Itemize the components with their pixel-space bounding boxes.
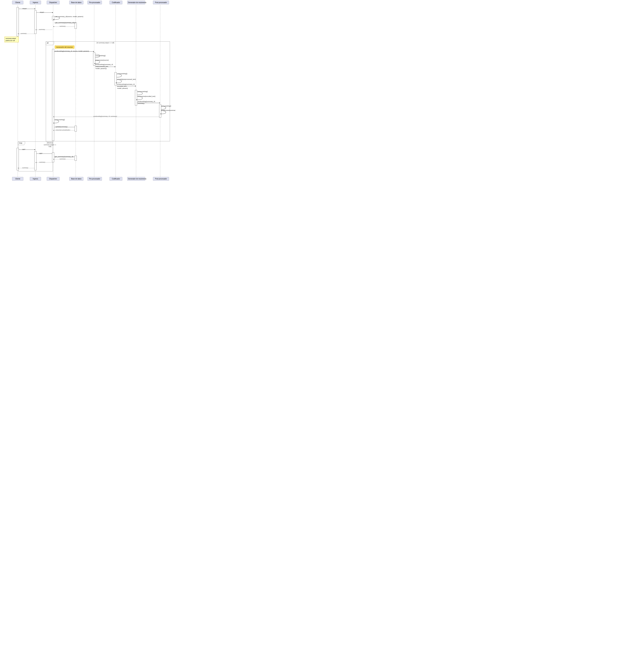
label-produce-sum: produceMsg(summary_id,summary): [138, 101, 155, 105]
label-consume-msg-4: consumeMsg(): [161, 105, 171, 107]
label-consume-msg-1: consumeMsg(): [96, 55, 106, 56]
actor-cliente-bottom: Cliente: [12, 177, 23, 181]
svg-marker-59: [34, 149, 35, 150]
note-summary-output: summary.output podría ser null: [4, 37, 19, 42]
svg-marker-39: [135, 86, 136, 87]
label-get-summary2: get_summary(summary_id): [55, 156, 73, 157]
diagram-container: Cliente Ingress Dispatcher Base de datos…: [0, 0, 175, 185]
label-get-summary-id: get_summary_id(source, model, params): [55, 16, 83, 17]
svg-rect-53: [75, 126, 77, 132]
svg-marker-20: [53, 26, 54, 27]
label-produce-enc: produceMsg(summary_id,encoded_text,model…: [117, 83, 135, 89]
actor-postprocesador-top: Post-procesador: [153, 1, 169, 4]
actor-generador-top: Generador de resúmenes: [127, 1, 145, 4]
svg-rect-11: [75, 22, 77, 29]
label-post2: POST: [40, 12, 44, 13]
label-get1: GET: [22, 148, 26, 150]
svg-rect-67: [75, 156, 77, 160]
actor-preprocesador-top: Pre-procesador: [87, 1, 102, 4]
svg-rect-60: [17, 148, 19, 170]
label-consume-msg-3: consumeMsg(): [138, 91, 148, 92]
actor-generador-bottom: Generador de resúmenes: [127, 177, 145, 181]
label-get-summary-top: get_summary(summary_id): [55, 22, 74, 23]
label-summary-ret2: summary: [39, 29, 45, 30]
label-consume-msg-2: consumeMsg(): [117, 73, 128, 74]
label-produce-pre: produceMsg(summary_id,preprocessed_text,…: [96, 64, 113, 70]
label-encode: encode(preprocessed_text): [117, 78, 136, 80]
label-summarize: summarize(encoded_text): [138, 95, 155, 97]
actor-basedatos-top: Base de datos: [69, 1, 83, 4]
actor-codificador-top: Codificador: [109, 1, 122, 4]
actor-preprocesador-bottom: Pre-procesador: [87, 177, 102, 181]
actor-ingress-top: Ingress: [30, 1, 41, 4]
svg-marker-13: [34, 8, 35, 9]
svg-marker-34: [115, 66, 116, 67]
label-get2: GET: [39, 153, 43, 154]
actor-codificador-bottom: Codificador: [109, 177, 122, 181]
svg-rect-64: [52, 153, 54, 162]
svg-rect-36: [115, 72, 117, 85]
label-summary-ret5: summary: [39, 161, 45, 163]
sequence-arrows: [0, 0, 175, 185]
label-summary-ret3: summary: [21, 33, 27, 34]
svg-rect-41: [135, 90, 137, 105]
svg-rect-61: [34, 151, 36, 170]
frame-loop-condition: [Mientrassummary.output ==null]: [42, 142, 58, 148]
label-preprocess: preprocess(source): [96, 59, 109, 61]
svg-rect-29: [52, 49, 54, 141]
actor-basedatos-bottom: Base de datos: [69, 177, 83, 181]
svg-marker-15: [52, 12, 53, 13]
actor-dispatcher-top: Dispatcher: [47, 1, 60, 4]
label-produce-final: produceMsg(summary_id, summary): [94, 116, 117, 117]
svg-marker-44: [159, 103, 160, 103]
actor-dispatcher-bottom: Dispatcher: [47, 177, 60, 181]
label-produce-msg-alt: produceMsg(summary_id, source, model, pa…: [55, 50, 89, 52]
svg-marker-28: [93, 51, 94, 52]
label-consume-msg-5: consumeMsg(): [55, 119, 65, 121]
frame-alt-condition: [Si summary.output == null]: [97, 42, 114, 43]
frame-loop-label: loop: [19, 142, 23, 144]
svg-rect-9: [34, 11, 36, 34]
svg-rect-8: [17, 7, 19, 36]
actor-ingress-bottom: Ingress: [30, 177, 41, 181]
label-resumen-actualizado: «resumen actualizado»: [55, 129, 70, 131]
actor-cliente-top: Cliente: [12, 1, 23, 4]
label-summary-ret6: summary: [22, 167, 28, 169]
label-summary-ret4: summary: [60, 158, 66, 160]
actor-postprocesador-bottom: Post-procesador: [153, 177, 169, 181]
label-summary-ret1: summary: [60, 25, 66, 27]
label-generacion: Generación del resumen: [55, 46, 74, 49]
label-update: update(summary): [55, 126, 67, 127]
frame-alt-label: alt: [46, 42, 49, 44]
label-postprocess: postprocess(summary): [161, 109, 175, 111]
label-post1: POST: [22, 8, 27, 10]
